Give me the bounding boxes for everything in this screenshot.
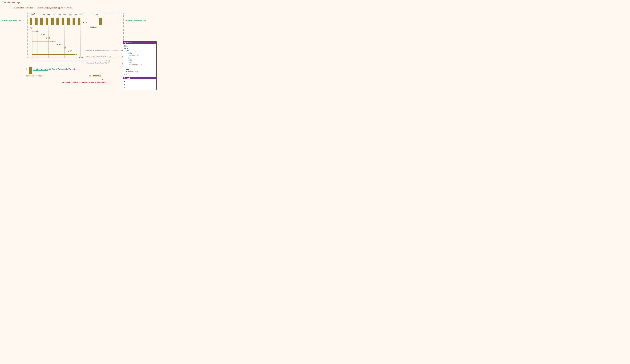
bar-6 xyxy=(62,18,64,26)
tl-2ns: 2ns xyxy=(41,14,46,16)
instance-bar xyxy=(29,67,32,74)
code-line-initial: initial xyxy=(124,45,155,47)
bars-row: • • xyxy=(30,17,102,26)
bar-4 xyxy=(51,18,54,26)
step-6: #6 xyxy=(64,47,66,49)
step-4: #4 xyxy=(54,40,56,42)
svg-marker-47 xyxy=(102,79,104,80)
bar-0 xyxy=(30,18,32,26)
diagram-container: { "timescale": { "label": "Timescale :",… xyxy=(0,0,158,91)
tl-1ns: 1ns xyxy=(35,14,41,16)
timescale-label: Timescale : 1ns / 1ps xyxy=(2,2,20,4)
bar-3 xyxy=(46,18,48,26)
code-line-hash2: #2; xyxy=(124,61,155,64)
step-2: #2 xyxy=(42,34,44,36)
bar-9 xyxy=(78,18,80,26)
output-B: B xyxy=(124,80,155,83)
bar-7 xyxy=(67,18,70,26)
scheduled-inactive: scheduled in "Inactive Region" of #2 xyxy=(86,56,111,58)
step-7: #7 xyxy=(70,50,72,52)
tl-3ns: 3ns xyxy=(46,14,51,16)
bar-5 xyxy=(56,18,59,26)
output-header: Output xyxy=(123,76,156,80)
timescale-text: Timescale : xyxy=(2,2,12,4)
step-9: #9 xyxy=(80,56,82,59)
code-line-begin3: begin xyxy=(124,59,155,61)
tl-8ns: 8ns xyxy=(73,14,78,16)
bar-2 xyxy=(40,18,43,26)
one-instance-label: -> One Instance Of Event Regions Is Exec… xyxy=(34,68,77,70)
code-box: eg: Code initial begin fork begin $displ… xyxy=(123,41,157,90)
tl-5ns: 5ns xyxy=(57,14,62,16)
code-line-join: join xyxy=(124,68,155,70)
tl-6ns: 6ns xyxy=(62,14,68,16)
eg-verilog-label: eg : In Verilog xyxy=(89,75,101,77)
scheduled-active-1: scheduled in "Active Region" of #1 xyxy=(86,62,110,64)
code-line-end1: end xyxy=(124,56,155,59)
bar-8 xyxy=(72,18,75,26)
tl-9ns: 9ns xyxy=(78,14,84,16)
timescale-value: 1ns / 1ps xyxy=(12,2,20,4)
code-line-end2: end xyxy=(124,66,155,68)
code-line-fork: fork xyxy=(124,50,155,52)
code-box-header: eg: Code xyxy=(123,41,156,44)
tl-0ns: 0ns xyxy=(30,14,35,16)
finish-label: $finish() xyxy=(90,26,97,28)
code-line-displayC: #0 $display( "C" ); xyxy=(124,64,155,66)
step-5: #5 xyxy=(59,44,61,46)
code-line-begin: begin xyxy=(124,47,155,50)
svg-marker-36 xyxy=(106,60,108,62)
step-1: #1 xyxy=(37,30,39,32)
tl-4ns: 4ns xyxy=(51,14,57,16)
tl-nns: Nns xyxy=(90,14,102,16)
preponed-label: preponed -> active -> inactive -> nba ->… xyxy=(62,81,106,83)
code-line-displayB: $display( "B" ); xyxy=(124,54,155,56)
end-sim-label: -> End Of Simulation Run xyxy=(124,20,146,22)
output-C: C xyxy=(124,86,155,89)
represents-label: Represents 1 Timestep xyxy=(25,75,44,77)
tl-7ns: 7ns xyxy=(68,14,73,16)
step-n: #N xyxy=(108,60,110,62)
code-line-begin2: begin xyxy=(124,52,155,54)
bar-n xyxy=(99,18,102,26)
output-A: A xyxy=(124,83,155,86)
timeline-labels: 0ns 1ns 2ns 3ns 4ns 5ns 6ns 7ns 8ns 9ns … xyxy=(30,14,102,16)
step-3: #3 xyxy=(48,37,50,39)
bar-1 xyxy=(35,18,38,26)
code-box-body: initial begin fork begin $display( "B" )… xyxy=(123,44,156,76)
code-line-end3: end xyxy=(124,73,155,75)
scheduled-active: scheduled in "Active Region" xyxy=(86,50,106,51)
svg-marker-42 xyxy=(121,62,123,64)
output-body: B A C xyxy=(123,80,156,90)
start-sim-label: Start Of Simulation Run -> xyxy=(1,20,24,22)
timescale-description: 1 Simulation "Timestep" == 1ns and 1ps (… xyxy=(14,7,74,9)
dots: • • xyxy=(83,20,88,24)
step-0: #0 xyxy=(30,27,32,29)
code-line-displayA: #1 $display( "A" ); xyxy=(124,70,155,73)
red-triangle: ► xyxy=(26,68,28,70)
step-8: #8 xyxy=(75,53,77,56)
